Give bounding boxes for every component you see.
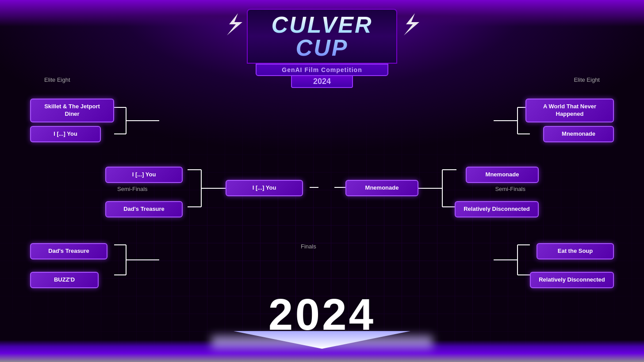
entry-eat-the-soup[interactable]: Eat the Soup [537, 243, 614, 259]
logo-main: CULVER CUP [247, 9, 397, 64]
lightning-right-icon [397, 13, 424, 35]
entry-dads-treasure-l1[interactable]: Dad's Treasure [30, 243, 107, 259]
bracket-field: Elite Eight Elite Eight Semi-Finals Semi… [0, 69, 644, 340]
entry-mnemonade-r2[interactable]: Mnemonade [466, 167, 539, 183]
entry-finalist-right[interactable]: Mnemonade [345, 180, 418, 196]
elite-eight-label-left: Elite Eight [44, 76, 70, 83]
entry-dads-treasure-l2[interactable]: Dad's Treasure [105, 201, 183, 217]
semi-finals-label-right: Semi-Finals [495, 186, 525, 192]
logo-banner: CULVER CUP GenAI Film Competition 2024 [238, 9, 406, 66]
entry-i-you-l2[interactable]: I [...] You [105, 167, 183, 183]
entry-finalist-left[interactable]: I [...] You [226, 180, 303, 196]
finals-label: Finals [301, 243, 316, 250]
svg-marker-0 [227, 13, 242, 35]
elite-eight-label-right: Elite Eight [574, 76, 600, 83]
semi-finals-label-left: Semi-Finals [117, 186, 148, 192]
entry-mnemonade-r1[interactable]: Mnemonade [543, 126, 614, 142]
svg-marker-1 [404, 13, 419, 35]
year-display: 2024 [268, 289, 376, 340]
entry-world-never-happened[interactable]: A World That Never Happened [525, 99, 614, 122]
entry-buzzd[interactable]: BUZZ'D [30, 272, 99, 288]
entry-i-you-l1[interactable]: I [...] You [30, 126, 101, 142]
logo-title: CULVER CUP [257, 13, 387, 59]
entry-relatively-disconnected-r1[interactable]: Relatively Disconnected [530, 272, 614, 288]
lightning-left-icon [220, 13, 247, 35]
logo-area: CULVER CUP GenAI Film Competition 2024 [238, 9, 406, 66]
entry-relatively-disconnected-r2[interactable]: Relatively Disconnected [455, 201, 539, 217]
entry-skillet[interactable]: Skillet & The Jetport Diner [30, 99, 114, 122]
